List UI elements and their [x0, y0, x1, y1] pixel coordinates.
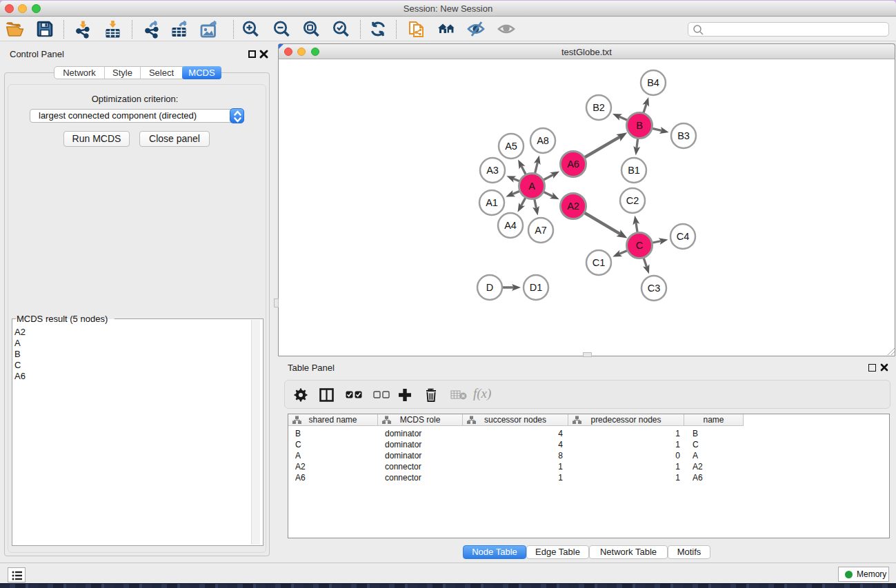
svg-text:A2: A2: [567, 201, 579, 212]
svg-text:A7: A7: [535, 225, 547, 236]
svg-text:A3: A3: [486, 165, 499, 176]
svg-text:A6: A6: [567, 159, 579, 170]
svg-text:B3: B3: [677, 130, 690, 141]
svg-text:A1: A1: [486, 197, 498, 208]
svg-text:C4: C4: [677, 231, 690, 242]
svg-text:C3: C3: [648, 283, 661, 294]
svg-text:C1: C1: [593, 257, 606, 268]
svg-text:A: A: [528, 181, 535, 192]
svg-text:C2: C2: [626, 195, 639, 206]
svg-text:D1: D1: [530, 282, 543, 293]
svg-text:D: D: [486, 282, 493, 293]
svg-text:A8: A8: [537, 135, 549, 146]
svg-text:A4: A4: [504, 220, 517, 231]
svg-text:B4: B4: [647, 77, 659, 88]
svg-text:A5: A5: [505, 141, 517, 152]
svg-text:B1: B1: [628, 165, 640, 176]
svg-text:B2: B2: [593, 102, 605, 113]
svg-text:C: C: [636, 240, 643, 251]
svg-text:B: B: [636, 120, 643, 131]
